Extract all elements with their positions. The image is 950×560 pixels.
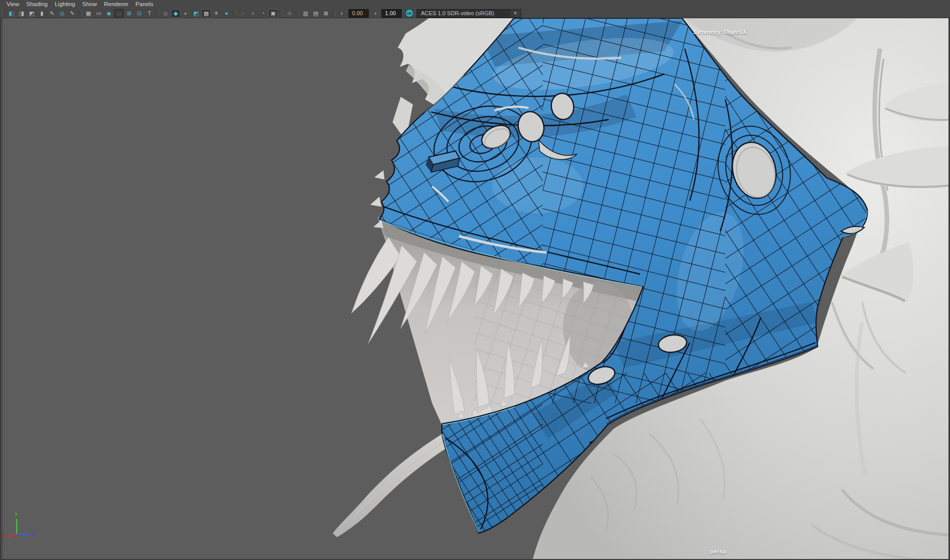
motion-blur-icon[interactable]: ○ bbox=[248, 9, 258, 18]
grid-icon[interactable]: ▦ bbox=[84, 9, 93, 18]
toolbar-grip[interactable] bbox=[2, 10, 5, 17]
gamma-field[interactable]: 1.00 bbox=[381, 9, 402, 18]
isolate-select-icon[interactable]: ▣ bbox=[268, 9, 278, 18]
lights-icon[interactable]: ☀ bbox=[212, 9, 221, 18]
colorspace-label: ACES 1.0 SDR-video (sRGB) bbox=[421, 10, 494, 16]
menu-lighting[interactable]: Lighting bbox=[55, 0, 75, 9]
exposure-icon[interactable]: ◐ bbox=[337, 9, 347, 18]
pencil-tool-icon[interactable]: ✎ bbox=[67, 9, 77, 18]
xray-icon[interactable]: ▥ bbox=[301, 9, 310, 18]
film-gate-icon[interactable]: ▭ bbox=[94, 9, 103, 18]
bookmark-icon[interactable]: ▮ bbox=[37, 9, 47, 18]
viewport-3d[interactable]: Symmetry: Object X persp y x z bbox=[0, 18, 950, 560]
toolbar-separator bbox=[279, 10, 283, 17]
colorspace-dropdown[interactable]: ACES 1.0 SDR-video (sRGB) ▼ bbox=[416, 9, 521, 18]
panel-toolbar: ◧◨◩▮✎◎✎▦▭◙□⊞⊡T◇◆◐◩▩☀●◌○◔▣⊹▥▤⊠◐ 0.00 ◑ 1.… bbox=[0, 9, 950, 18]
axis-y-label: y bbox=[15, 511, 18, 516]
toolbar-separator bbox=[296, 10, 299, 17]
field-chart-icon[interactable]: ⊞ bbox=[124, 9, 134, 18]
gamma-icon[interactable]: ◑ bbox=[370, 9, 380, 18]
chevron-down-icon: ▼ bbox=[510, 10, 520, 17]
menu-panels[interactable]: Panels bbox=[135, 0, 153, 9]
xray-joints-icon[interactable]: ▤ bbox=[311, 9, 321, 18]
image-plane-icon[interactable]: ⊡ bbox=[134, 9, 144, 18]
resolution-gate-icon[interactable]: ◙ bbox=[104, 9, 114, 18]
viewport-left-border-inner bbox=[1, 18, 3, 560]
toolbar-separator bbox=[156, 10, 159, 17]
menu-show[interactable]: Show bbox=[82, 0, 97, 9]
axis-z-label: z bbox=[31, 531, 34, 537]
checker-icon[interactable]: ▩ bbox=[201, 9, 211, 18]
textured-sphere-icon[interactable]: ◐ bbox=[181, 9, 191, 18]
material-cube-icon[interactable]: ◩ bbox=[191, 9, 201, 18]
menu-shading[interactable]: Shading bbox=[26, 0, 48, 9]
snapshot-icon[interactable]: ⊠ bbox=[321, 9, 331, 18]
toolbar-separator bbox=[332, 10, 336, 17]
menu-view[interactable]: View bbox=[7, 0, 19, 9]
wireframe-cube-icon[interactable]: ◇ bbox=[161, 9, 170, 18]
ao-icon[interactable]: ◌ bbox=[238, 9, 248, 18]
panel-menubar: ViewShadingLightingShowRendererPanels bbox=[0, 0, 950, 9]
axis-gizmo: y x z bbox=[3, 512, 39, 542]
maya-viewport-panel: ViewShadingLightingShowRendererPanels ◧◨… bbox=[0, 0, 950, 560]
viewport-render bbox=[0, 18, 950, 560]
aperture-icon[interactable]: ◔ bbox=[258, 9, 268, 18]
camera-name-label: persp bbox=[710, 548, 726, 554]
camera-lock-icon[interactable]: ◨ bbox=[17, 9, 26, 18]
marquee-select-icon[interactable]: ⊹ bbox=[285, 9, 294, 18]
camera-attributes-icon[interactable]: ◩ bbox=[27, 9, 37, 18]
shadows-icon[interactable]: ● bbox=[222, 9, 231, 18]
axis-x-label: x bbox=[3, 533, 6, 539]
symmetry-overlay: Symmetry: Object X bbox=[693, 29, 747, 35]
pan-zoom-tool-icon[interactable]: ◎ bbox=[57, 9, 67, 18]
menu-renderer[interactable]: Renderer bbox=[104, 0, 128, 9]
color-management-toggle[interactable]: ON bbox=[405, 9, 413, 18]
pen-tool-icon[interactable]: ✎ bbox=[47, 9, 57, 18]
camera-select-icon[interactable]: ◧ bbox=[7, 9, 16, 18]
exposure-field[interactable]: 0.00 bbox=[348, 9, 369, 18]
shaded-cube-icon[interactable]: ◆ bbox=[171, 9, 181, 18]
toolbar-separator bbox=[233, 10, 236, 17]
gate-mask-icon[interactable]: □ bbox=[114, 9, 124, 18]
toolbar-separator bbox=[79, 10, 82, 17]
pan-zoom-2d-icon[interactable]: T bbox=[145, 9, 154, 18]
